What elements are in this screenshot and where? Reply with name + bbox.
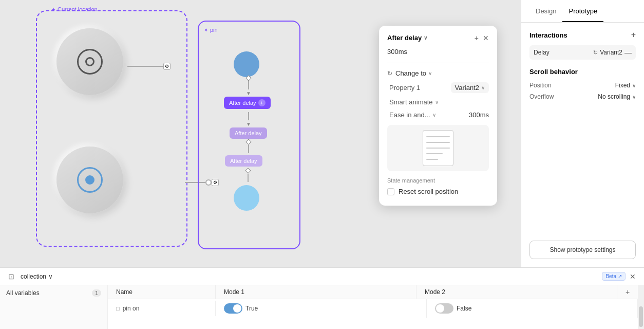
ease-value: 300ms [469, 111, 489, 119]
toggle-thumb-on [233, 304, 241, 313]
popup-timing: 300ms [387, 48, 489, 56]
change-to-label[interactable]: Change to ∨ [395, 69, 432, 77]
interaction-row: Delay ↻ Variant2 — [529, 45, 636, 60]
interaction-sync-icon: ↻ [593, 49, 598, 56]
reset-scroll-checkbox[interactable] [387, 188, 394, 195]
variables-sidebar: All variables 1 [0, 285, 108, 329]
v-arrow: ▼ [246, 90, 251, 96]
v-arrow-2: ▼ [246, 121, 251, 127]
right-panel: Design Prototype Interactions + Delay ↻ … [521, 0, 644, 267]
v-diamond-3 [245, 139, 251, 144]
overflow-row: Overflow No scrolling ∨ [529, 93, 636, 100]
flow-node-bottom-circle [234, 185, 259, 211]
v-line-2 [248, 112, 249, 120]
flow-node-blue-circle [234, 51, 259, 77]
overflow-value[interactable]: No scrolling ∨ [598, 93, 636, 100]
popup-divider [387, 63, 489, 63]
flow-node-after-delay-active: After delay + [224, 97, 271, 109]
bottom-panel-close-button[interactable]: ✕ [630, 272, 636, 281]
popup-header: After delay ∨ + ✕ [387, 34, 489, 42]
table-col-mode2: Mode 2 [416, 285, 617, 299]
tab-prototype[interactable]: Prototype [562, 0, 603, 22]
position-label: Position [529, 82, 552, 89]
popup: After delay ∨ + ✕ 300ms ↻ Change to ∨ [379, 26, 497, 206]
panel-layout-icon[interactable]: ⊡ [8, 272, 14, 281]
popup-header-actions: + ✕ [475, 34, 489, 42]
change-to-row: ↻ Change to ∨ [387, 69, 489, 77]
connector-gear: ⚙ [163, 63, 171, 70]
interactions-add-button[interactable]: + [631, 31, 636, 39]
bottom-scrollbar-thumb [639, 306, 643, 327]
show-prototype-button[interactable]: Show prototype settings [529, 241, 636, 259]
popup-close-button[interactable]: ✕ [483, 34, 489, 42]
popup-title: After delay ∨ [387, 34, 427, 42]
change-to-icon: ↻ [387, 70, 392, 77]
v-connector-4 [246, 169, 250, 182]
state-checkbox-row: Reset scroll position [387, 188, 489, 195]
ease-row: Ease in and... ∨ 300ms [387, 111, 489, 119]
mode2-value: False [457, 305, 471, 312]
table-add-column-button[interactable]: + [617, 285, 638, 299]
beta-badge: Beta ↗ [602, 272, 626, 281]
overflow-chevron: ∨ [632, 94, 636, 100]
flow-node-after-delay-3: After delay [225, 155, 262, 167]
table-row: □ pin on True False [108, 299, 638, 318]
preview-line-3 [426, 148, 450, 149]
smart-animate-label[interactable]: Smart animate ∨ [389, 98, 439, 106]
v-line-3 [248, 145, 249, 153]
toggle-thumb-off [436, 304, 444, 313]
interaction-remove-button[interactable]: — [624, 48, 632, 57]
all-variables-row: All variables 1 [6, 289, 101, 297]
popup-preview [387, 125, 489, 171]
popup-title-chevron[interactable]: ∨ [424, 35, 427, 41]
mode1-toggle[interactable] [224, 303, 242, 314]
interaction-variant: Variant2 [600, 49, 622, 56]
preview-card [423, 130, 453, 166]
collection-dropdown[interactable]: collection ∨ [21, 273, 53, 280]
mode2-toggle[interactable] [435, 303, 453, 314]
preview-line-2 [426, 142, 450, 143]
panel-tabs: Design Prototype [521, 0, 644, 23]
overflow-label: Overflow [529, 93, 554, 100]
interaction-value: ↻ Variant2 — [593, 48, 632, 57]
tab-design[interactable]: Design [529, 0, 562, 22]
state-management-title: State management [387, 177, 489, 184]
property-value-button[interactable]: Variant2 ∨ [451, 82, 489, 93]
ease-label[interactable]: Ease in and... ∨ [389, 111, 436, 119]
bottom-panel-left: ⊡ collection ∨ [8, 272, 53, 281]
circle-inner-blue [85, 175, 94, 185]
v-connector-1: ▼ [246, 76, 251, 96]
circle-icon-gray [77, 49, 103, 75]
bottom-panel: ⊡ collection ∨ Beta ↗ ✕ All variables 1 [0, 267, 644, 329]
table-cell-name: □ pin on [108, 301, 216, 316]
bottom-panel-header: ⊡ collection ∨ Beta ↗ ✕ [0, 268, 644, 285]
flow-node-after-delay-2: After delay [230, 127, 267, 139]
bottom-panel-right: Beta ↗ ✕ [602, 272, 636, 281]
v-diamond-4 [245, 168, 251, 173]
v-diamond [245, 75, 251, 81]
circle-icon-blue [77, 167, 103, 193]
reset-scroll-label: Reset scroll position [399, 188, 458, 195]
circle-blue [56, 147, 123, 213]
interaction-label: Delay [534, 49, 550, 56]
table-col-name: Name [108, 285, 216, 299]
variable-name: pin on [123, 305, 140, 312]
beta-icon: ↗ [618, 273, 622, 279]
table-cell-mode1: True [216, 299, 427, 318]
v-connector-2: ▼ [246, 112, 251, 127]
circle-icon-inner [85, 57, 94, 66]
bottom-scrollbar[interactable] [638, 285, 644, 329]
bottom-panel-body: All variables 1 Name Mode 1 Mode 2 + [0, 285, 644, 329]
preview-line-5 [426, 159, 438, 160]
pin-label: pin [204, 27, 218, 33]
popup-add-button[interactable]: + [475, 34, 479, 42]
main-area: Current location ⚙ ⚙ [0, 0, 644, 267]
canvas: Current location ⚙ ⚙ [0, 0, 521, 267]
interactions-title: Interactions [529, 31, 567, 39]
all-variables-label: All variables [6, 289, 40, 297]
interactions-section-header: Interactions + [529, 31, 636, 39]
table-cell-mode2: False [427, 299, 638, 318]
position-chevron: ∨ [632, 83, 636, 88]
position-value[interactable]: Fixed ∨ [615, 82, 636, 89]
property-label: Property 1 [389, 84, 420, 92]
